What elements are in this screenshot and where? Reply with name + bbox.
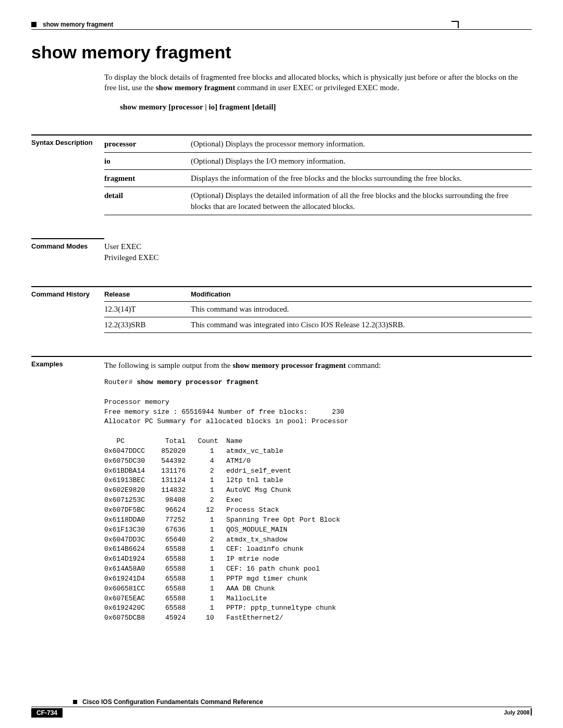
history-row: 12.3(14)T This command was introduced. <box>104 301 532 317</box>
history-release: 12.3(14)T <box>104 301 191 317</box>
history-mod: This command was introduced. <box>191 301 532 317</box>
syntax-keyword: io <box>104 152 191 169</box>
syntax-desc: (Optional) Displays the I/O memory infor… <box>191 152 532 169</box>
syntax-desc: Displays the information of the free blo… <box>191 170 532 187</box>
history-release: 12.2(33)SRB <box>104 317 191 332</box>
syntax-table: processor (Optional) Displays the proces… <box>104 134 532 215</box>
section-command-modes: Command Modes User EXEC Privileged EXEC <box>31 238 532 263</box>
syntax-line: show memory [processor | io] fragment [d… <box>120 103 532 112</box>
header-square-icon <box>31 22 36 27</box>
mode-line: User EXEC <box>104 241 532 252</box>
syntax-desc: (Optional) Displays the detailed informa… <box>191 187 532 215</box>
section-examples: Examples The following is sample output … <box>31 356 532 623</box>
mode-line: Privileged EXEC <box>104 252 532 263</box>
examples-lead: The following is sample output from the … <box>104 360 532 371</box>
section-label-syntax: Syntax Description <box>31 134 104 215</box>
footer-date: July 2008 <box>504 708 532 715</box>
crop-mark-icon <box>451 21 459 28</box>
syntax-desc: (Optional) Displays the processor memory… <box>191 135 532 153</box>
section-label-examples: Examples <box>31 356 104 623</box>
footer-square-icon <box>73 700 77 704</box>
examples-lead-after: command: <box>346 361 381 369</box>
syntax-row: detail (Optional) Displays the detailed … <box>104 187 532 215</box>
cli-body: Processor memory Free memory size : 6551… <box>104 398 348 622</box>
history-head-release: Release <box>104 287 191 302</box>
history-head-mod: Modification <box>191 287 532 302</box>
syntax-row: fragment Displays the information of the… <box>104 170 532 187</box>
examples-lead-before: The following is sample output from the <box>104 361 232 369</box>
history-mod: This command was integrated into Cisco I… <box>191 317 532 332</box>
intro-bold-cmd: show memory fragment <box>156 83 235 92</box>
page-footer: Cisco IOS Configuration Fundamentals Com… <box>31 698 532 718</box>
section-label-modes: Command Modes <box>31 238 104 263</box>
intro-paragraph: To display the block details of fragment… <box>104 72 532 93</box>
cli-output: Router# show memory processor fragment P… <box>104 378 532 623</box>
intro-text-after: command in user EXEC or privileged EXEC … <box>235 83 399 92</box>
cli-command: show memory processor fragment <box>137 378 259 386</box>
history-table: Release Modification 12.3(14)T This comm… <box>104 286 532 333</box>
cli-prompt: Router# <box>104 378 137 386</box>
section-label-history: Command History <box>31 286 104 333</box>
footer-doc-title: Cisco IOS Configuration Fundamentals Com… <box>82 698 263 706</box>
syntax-keyword: processor <box>104 135 191 153</box>
history-row: 12.2(33)SRB This command was integrated … <box>104 317 532 332</box>
examples-lead-bold: show memory processor fragment <box>232 361 346 369</box>
page-number-badge: CF-734 <box>31 708 63 718</box>
syntax-keyword: fragment <box>104 170 191 187</box>
running-title: show memory fragment <box>43 21 113 28</box>
section-syntax-description: Syntax Description processor (Optional) … <box>31 134 532 215</box>
command-modes-body: User EXEC Privileged EXEC <box>104 238 532 263</box>
syntax-row: io (Optional) Displays the I/O memory in… <box>104 152 532 169</box>
section-command-history: Command History Release Modification 12.… <box>31 286 532 333</box>
syntax-keyword: detail <box>104 187 191 215</box>
syntax-row: processor (Optional) Displays the proces… <box>104 135 532 153</box>
page-title: show memory fragment <box>31 42 532 63</box>
